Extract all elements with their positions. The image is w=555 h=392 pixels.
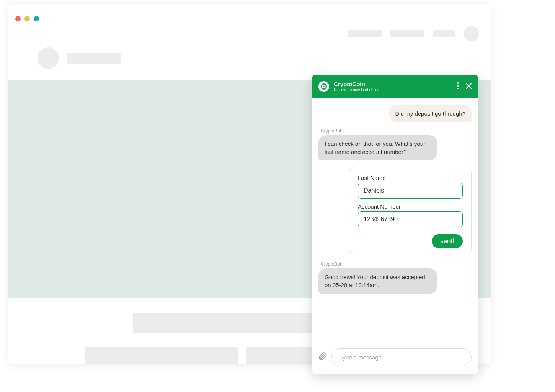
message-sender-label: CryptoBot: [321, 261, 341, 267]
message-row-bot: CryptoBot I can check on that for you. W…: [318, 128, 472, 160]
avatar[interactable]: [464, 26, 479, 41]
nav-item-placeholder[interactable]: [433, 30, 455, 37]
last-name-label: Last Name: [358, 175, 463, 181]
window-maximize-button[interactable]: [34, 16, 39, 21]
last-name-field[interactable]: [358, 183, 463, 199]
chat-header: CryptoCoin Discover a new kind of coin: [312, 75, 478, 98]
user-message-bubble: Did my deposit go through?: [389, 105, 472, 122]
message-row-bot: CryptoBot Good news! Your deposit was ac…: [318, 261, 472, 294]
chat-brand-logo: [318, 81, 329, 92]
top-nav: [348, 26, 479, 41]
site-title-placeholder: [67, 53, 121, 64]
form-card: Last Name Account Number sent!: [349, 167, 472, 255]
chat-widget: CryptoCoin Discover a new kind of coin D…: [312, 75, 478, 374]
bot-message-bubble: Good news! Your deposit was accepted on …: [318, 268, 437, 294]
window-controls: [15, 16, 39, 21]
window-close-button[interactable]: [15, 16, 21, 21]
bot-message-bubble: I can check on that for you. What's your…: [318, 135, 437, 160]
svg-point-1: [457, 85, 459, 87]
chat-subtitle: Discover a new kind of coin: [334, 88, 452, 92]
account-number-field[interactable]: [358, 211, 463, 227]
sent-button[interactable]: sent!: [432, 234, 463, 248]
content-placeholder: [85, 347, 238, 364]
site-logo-placeholder: [38, 47, 59, 69]
message-sender-label: CryptoBot: [321, 128, 341, 134]
chat-input-row: [312, 345, 478, 374]
nav-item-placeholder[interactable]: [348, 30, 382, 37]
more-options-icon[interactable]: [457, 82, 459, 91]
svg-point-0: [457, 82, 459, 84]
svg-point-2: [457, 88, 459, 89]
chat-body[interactable]: Did my deposit go through? CryptoBot I c…: [312, 98, 478, 345]
window-minimize-button[interactable]: [24, 16, 30, 21]
nav-item-placeholder[interactable]: [390, 30, 424, 37]
message-row-user: Did my deposit go through?: [318, 105, 472, 122]
account-number-label: Account Number: [358, 203, 463, 210]
close-icon[interactable]: [466, 83, 472, 90]
attachment-icon[interactable]: [318, 352, 327, 363]
chat-title-block: CryptoCoin Discover a new kind of coin: [334, 81, 452, 92]
site-logo-row: [38, 47, 121, 69]
chat-title: CryptoCoin: [334, 81, 452, 88]
message-input[interactable]: [331, 348, 472, 366]
